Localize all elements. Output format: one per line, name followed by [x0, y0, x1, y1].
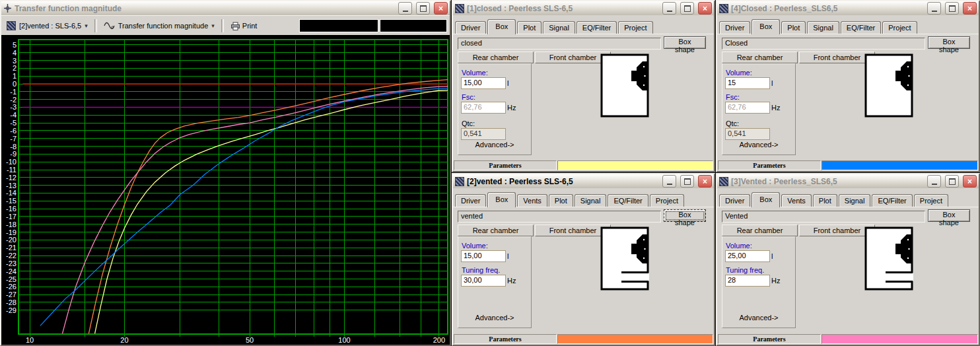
tab-box[interactable]: Box	[487, 192, 516, 207]
maximize-button[interactable]	[680, 2, 694, 15]
box-name-field[interactable]: Vented	[722, 211, 925, 223]
tab-signal[interactable]: Signal	[807, 21, 839, 34]
field-input-volume-[interactable]: 25,00	[725, 250, 770, 262]
tab-project[interactable]: Project	[618, 21, 652, 34]
y-tick-label: -25	[6, 275, 17, 283]
print-button[interactable]: Print	[228, 20, 260, 32]
tab-box[interactable]: Box	[752, 192, 780, 207]
rear-chamber-button[interactable]: Rear chamber	[458, 52, 534, 63]
tab-driver[interactable]: Driver	[455, 21, 486, 34]
y-tick-label: -29	[6, 306, 17, 314]
plot-window-icon	[3, 4, 12, 13]
minimize-button[interactable]	[927, 175, 941, 188]
advanced-link[interactable]: Advanced->	[722, 314, 795, 322]
field-unit-volume-: l	[507, 252, 508, 260]
field-label-tuning-freq-: Tuning freq.	[726, 266, 764, 274]
tab-eq-filter[interactable]: EQ/Filter	[841, 21, 881, 34]
titlebar[interactable]: [2]vented : Peerless SLS-6,5×	[453, 174, 714, 188]
close-button[interactable]: ×	[698, 2, 712, 15]
field-input-tuning-freq-[interactable]: 28	[725, 275, 770, 287]
advanced-link[interactable]: Advanced->	[458, 141, 531, 149]
param-window-2: [2]vented : Peerless SLS-6,5×DriverBoxVe…	[452, 173, 715, 346]
close-button[interactable]: ×	[698, 175, 712, 188]
front-chamber-button[interactable]: Front chamber	[535, 225, 611, 236]
advanced-link[interactable]: Advanced->	[458, 314, 531, 322]
project-selector-value: [2]vented : SLS-6,5	[19, 22, 81, 30]
titlebar[interactable]: [1]closed : Peerless SLS-6,5×	[453, 1, 714, 15]
tab-box[interactable]: Box	[752, 19, 780, 34]
x-tick-label: 50	[246, 336, 254, 344]
maximize-button[interactable]	[945, 2, 959, 15]
box-shape-button[interactable]: Box shape	[664, 209, 706, 222]
field-unit-volume-: l	[771, 252, 773, 260]
y-tick-label: -24	[6, 267, 17, 275]
box-shape-button[interactable]: Box shape	[664, 36, 706, 49]
y-tick-label: -15	[6, 197, 17, 205]
field-input-volume-[interactable]: 15	[725, 77, 770, 89]
y-tick-label: 0	[13, 80, 17, 88]
front-chamber-button[interactable]: Front chamber	[799, 52, 875, 63]
tab-plot[interactable]: Plot	[813, 194, 837, 207]
minimize-button[interactable]	[398, 2, 412, 15]
chevron-down-icon: ▾	[85, 22, 88, 29]
box-drawing-closed	[864, 53, 913, 118]
maximize-button[interactable]	[416, 2, 430, 15]
field-label-fsc-: Fsc:	[462, 93, 475, 101]
front-chamber-button[interactable]: Front chamber	[799, 225, 875, 236]
tab-box[interactable]: Box	[487, 19, 516, 34]
rear-chamber-button[interactable]: Rear chamber	[458, 225, 534, 236]
minimize-button[interactable]	[662, 175, 676, 188]
transfer-function-plot[interactable]: 543210-1-2-3-4-5-6-7-8-9-10-11-12-13-14-…	[1, 35, 450, 345]
box-name-field[interactable]: vented	[458, 211, 661, 223]
tab-plot[interactable]: Plot	[781, 21, 806, 34]
box-name-field[interactable]: Closed	[722, 38, 925, 50]
tab-eq-filter[interactable]: EQ/Filter	[577, 21, 617, 34]
window-icon	[719, 177, 728, 186]
tab-driver[interactable]: Driver	[455, 194, 486, 207]
y-tick-label: -23	[6, 260, 17, 267]
rear-chamber-button[interactable]: Rear chamber	[722, 225, 798, 236]
rear-chamber-button[interactable]: Rear chamber	[722, 52, 798, 63]
titlebar[interactable]: [4]Closed : Peerless_SLS6,5×	[717, 1, 979, 15]
field-input-qtc-: 0,541	[461, 128, 506, 140]
project-selector-dropdown[interactable]: [2]vented : SLS-6,5 ▾	[4, 20, 90, 32]
parameters-color-bar	[557, 334, 713, 344]
box-drawing-closed	[600, 53, 649, 118]
tab-signal[interactable]: Signal	[839, 194, 871, 207]
maximize-button[interactable]	[680, 175, 694, 188]
tab-driver[interactable]: Driver	[719, 194, 750, 207]
box-shape-button[interactable]: Box shape	[928, 209, 970, 222]
close-button[interactable]: ×	[434, 2, 448, 15]
box-shape-button[interactable]: Box shape	[928, 36, 970, 49]
box-name-field[interactable]: closed	[458, 38, 661, 50]
tab-eq-filter[interactable]: EQ/Filter	[872, 194, 912, 207]
advanced-link[interactable]: Advanced->	[722, 141, 795, 149]
window-title: Transfer function magnitude	[15, 4, 394, 13]
field-input-volume-[interactable]: 15,00	[461, 250, 506, 262]
desktop: Transfer function magnitude × [2]vented …	[0, 0, 980, 346]
titlebar[interactable]: Transfer function magnitude ×	[1, 1, 450, 15]
plot-type-dropdown[interactable]: Transfer function magnitude ▾	[101, 20, 217, 31]
minimize-button[interactable]	[662, 2, 676, 15]
tab-plot[interactable]: Plot	[517, 21, 542, 34]
field-input-volume-[interactable]: 15,00	[461, 77, 506, 89]
tab-project[interactable]: Project	[882, 21, 917, 34]
titlebar[interactable]: [3]Vented : Peerless_SLS6,5×	[717, 174, 979, 188]
tab-driver[interactable]: Driver	[719, 21, 750, 34]
close-button[interactable]: ×	[963, 2, 977, 15]
y-tick-label: -26	[6, 283, 17, 291]
close-button[interactable]: ×	[963, 175, 977, 188]
minimize-button[interactable]	[927, 2, 941, 15]
tab-plot[interactable]: Plot	[549, 194, 573, 207]
tab-vents[interactable]: Vents	[517, 194, 547, 207]
maximize-button[interactable]	[945, 175, 959, 188]
tab-project[interactable]: Project	[650, 194, 684, 207]
tab-project[interactable]: Project	[914, 194, 948, 207]
box-drawing-vented	[864, 226, 913, 291]
tab-eq-filter[interactable]: EQ/Filter	[608, 194, 648, 207]
tab-signal[interactable]: Signal	[575, 194, 607, 207]
tab-signal[interactable]: Signal	[543, 21, 575, 34]
field-input-tuning-freq-[interactable]: 30,00	[461, 275, 506, 287]
tab-vents[interactable]: Vents	[781, 194, 812, 207]
front-chamber-button[interactable]: Front chamber	[535, 52, 611, 63]
